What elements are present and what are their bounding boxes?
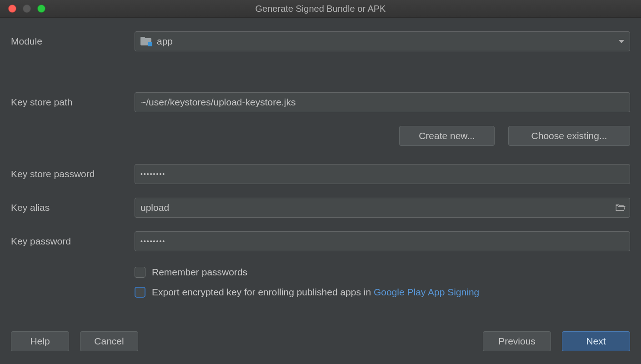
minimize-window-button[interactable] — [23, 5, 31, 13]
keystore-password-label: Key store password — [11, 169, 135, 180]
window-title: Generate Signed Bundle or APK — [0, 4, 641, 14]
module-dropdown-value: app — [157, 36, 619, 47]
module-label: Module — [11, 36, 135, 47]
cancel-button[interactable]: Cancel — [80, 331, 138, 351]
close-window-button[interactable] — [8, 5, 16, 13]
keystore-path-label: Key store path — [11, 97, 135, 108]
google-play-app-signing-link[interactable]: Google Play App Signing — [374, 287, 479, 297]
choose-existing-button[interactable]: Choose existing... — [508, 126, 630, 146]
key-alias-row: Key alias — [11, 198, 630, 218]
module-folder-icon — [140, 37, 151, 45]
titlebar: Generate Signed Bundle or APK — [0, 0, 641, 18]
create-new-button[interactable]: Create new... — [399, 126, 495, 146]
previous-button[interactable]: Previous — [483, 331, 551, 351]
open-folder-icon[interactable] — [616, 204, 626, 211]
chevron-down-icon — [619, 40, 624, 43]
remember-passwords-label: Remember passwords — [152, 267, 247, 278]
key-password-input[interactable] — [135, 231, 630, 251]
key-password-row: Key password — [11, 231, 630, 251]
export-key-row: Export encrypted key for enrolling publi… — [135, 287, 630, 298]
key-alias-label: Key alias — [11, 202, 135, 213]
keystore-password-row: Key store password — [11, 164, 630, 184]
next-button[interactable]: Next — [562, 331, 630, 351]
zoom-window-button[interactable] — [37, 5, 45, 13]
module-dropdown[interactable]: app — [135, 31, 630, 51]
remember-passwords-checkbox[interactable] — [135, 267, 145, 278]
window-controls — [8, 5, 45, 13]
key-password-label: Key password — [11, 236, 135, 247]
module-row: Module app — [11, 31, 630, 51]
remember-passwords-row: Remember passwords — [135, 267, 630, 278]
key-alias-input[interactable] — [135, 198, 630, 218]
export-key-checkbox[interactable] — [135, 287, 145, 298]
help-button[interactable]: Help — [11, 331, 69, 351]
keystore-password-input[interactable] — [135, 164, 630, 184]
export-key-label: Export encrypted key for enrolling publi… — [152, 287, 479, 298]
dialog-footer: Help Cancel Previous Next — [0, 331, 641, 364]
keystore-buttons-row: Create new... Choose existing... — [135, 126, 630, 146]
keystore-path-input[interactable] — [135, 92, 630, 112]
keystore-path-row: Key store path — [11, 92, 630, 112]
dialog-content: Module app Key store path Create new... … — [0, 18, 641, 298]
